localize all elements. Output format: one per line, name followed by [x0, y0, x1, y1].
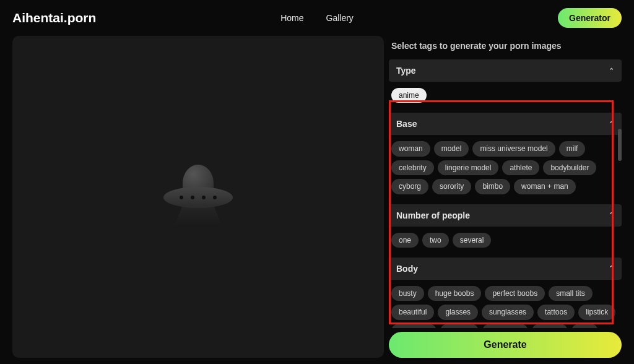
chevron-up-icon: ⌃: [609, 264, 614, 272]
tag-chip[interactable]: tattoos: [537, 305, 575, 319]
preview-panel: [12, 36, 384, 358]
tag-chip[interactable]: busty: [391, 286, 424, 301]
tag-chip[interactable]: glasses: [438, 305, 478, 319]
tags-panel: Select tags to generate your porn images…: [389, 36, 622, 358]
tag-chip[interactable]: anime: [391, 88, 427, 103]
tag-chip[interactable]: celebrity: [391, 160, 434, 175]
section-body-header[interactable]: Body ⌃: [389, 258, 622, 280]
tag-chip[interactable]: milf: [559, 141, 586, 156]
section-label: Body: [396, 264, 418, 274]
tag-chip[interactable]: bimbo: [475, 179, 510, 194]
chevron-up-icon: ⌃: [609, 211, 614, 219]
tag-chip[interactable]: sorority: [432, 179, 471, 194]
section-label: Type: [396, 66, 416, 76]
tag-chip[interactable]: skinny: [532, 324, 568, 328]
tag-chip[interactable]: woman: [391, 141, 430, 156]
chevron-up-icon: ⌃: [609, 67, 614, 75]
tag-chip[interactable]: muscular: [391, 324, 436, 328]
section-people-chips: onetwoseveral: [389, 227, 622, 255]
section-type: Type ⌃ anime: [389, 59, 622, 110]
tag-chip[interactable]: lipstick: [578, 305, 615, 319]
tag-chip[interactable]: one: [391, 233, 419, 248]
section-base-header[interactable]: Base ⌃: [389, 113, 622, 135]
section-label: Base: [396, 119, 417, 129]
section-label: Number of people: [396, 210, 470, 220]
chevron-up-icon: ⌃: [609, 120, 614, 128]
tag-chip[interactable]: model: [434, 141, 469, 156]
generator-button[interactable]: Generator: [558, 8, 622, 28]
header: Aihentai.porn Home Gallery Generator: [0, 0, 634, 36]
tags-scroll[interactable]: Type ⌃ anime Base ⌃ womanmodelmiss unive…: [389, 59, 622, 328]
logo[interactable]: Aihentai.porn: [12, 11, 96, 25]
nav-home[interactable]: Home: [280, 13, 303, 23]
tag-chip[interactable]: abs: [571, 324, 598, 328]
tag-chip[interactable]: beautiful: [391, 305, 434, 319]
tag-chip[interactable]: huge boobs: [428, 286, 482, 301]
tag-chip[interactable]: miss universe model: [472, 141, 555, 156]
tags-panel-title: Select tags to generate your porn images: [389, 36, 622, 59]
tag-chip[interactable]: woman + man: [514, 179, 576, 194]
tag-chip[interactable]: two: [422, 233, 449, 248]
tag-chip[interactable]: bodybuilder: [543, 160, 596, 175]
tag-chip[interactable]: several: [453, 233, 492, 248]
section-body: Body ⌃ bustyhuge boobsperfect boobssmall…: [389, 258, 622, 328]
section-people: Number of people ⌃ onetwoseveral: [389, 204, 622, 255]
section-type-chips: anime: [389, 82, 622, 110]
tag-chip[interactable]: sunglasses: [482, 305, 534, 319]
section-type-header[interactable]: Type ⌃: [389, 59, 622, 82]
nav: Home Gallery: [280, 13, 354, 23]
section-body-chips: bustyhuge boobsperfect boobssmall titsbe…: [389, 280, 622, 328]
section-base-chips: womanmodelmiss universe modelmilfcelebri…: [389, 135, 622, 201]
tag-chip[interactable]: small ass: [482, 324, 528, 328]
section-people-header[interactable]: Number of people ⌃: [389, 204, 622, 227]
tag-chip[interactable]: athlete: [502, 160, 539, 175]
tag-chip[interactable]: big ass: [440, 324, 479, 328]
placeholder-ufo-icon: [161, 160, 235, 234]
scrollbar[interactable]: [618, 129, 622, 161]
tag-chip[interactable]: small tits: [549, 286, 593, 301]
tag-chip[interactable]: cyborg: [391, 179, 428, 194]
tag-chip[interactable]: perfect boobs: [485, 286, 545, 301]
main: Select tags to generate your porn images…: [0, 36, 634, 364]
tag-chip[interactable]: lingerie model: [438, 160, 499, 175]
generate-button[interactable]: Generate: [389, 332, 622, 358]
section-base: Base ⌃ womanmodelmiss universe modelmilf…: [389, 113, 622, 201]
nav-gallery[interactable]: Gallery: [326, 13, 354, 23]
